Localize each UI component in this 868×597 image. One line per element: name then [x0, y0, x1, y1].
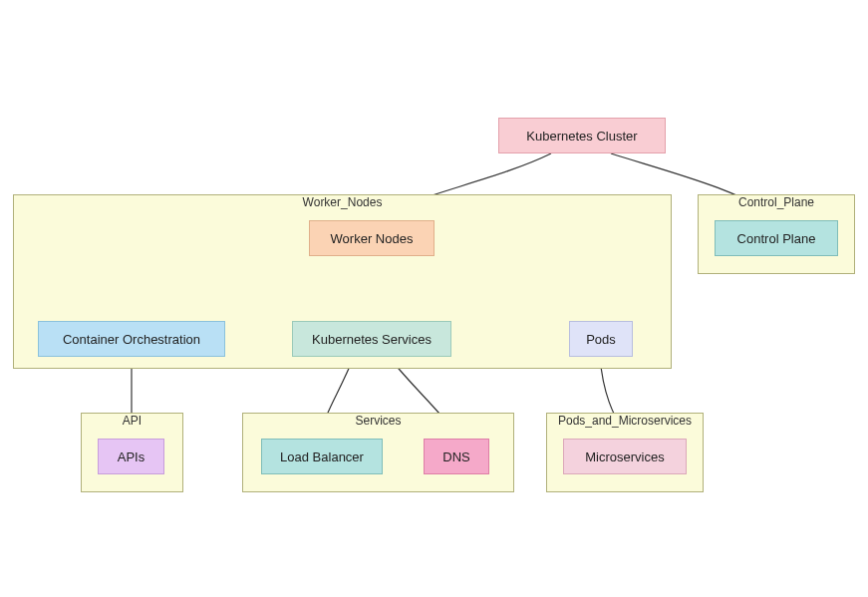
- node-container-orchestration: Container Orchestration: [38, 321, 225, 357]
- node-kubernetes-services: Kubernetes Services: [292, 321, 451, 357]
- node-label: Pods: [586, 332, 616, 347]
- node-dns: DNS: [424, 439, 489, 474]
- diagram-canvas: Kubernetes Cluster Worker_Nodes Control_…: [0, 0, 868, 597]
- node-pods: Pods: [569, 321, 633, 357]
- node-label: Kubernetes Services: [312, 332, 432, 347]
- node-label: Container Orchestration: [63, 332, 200, 347]
- group-title: API: [119, 412, 145, 430]
- node-label: Load Balancer: [280, 449, 364, 464]
- group-title: Worker_Nodes: [299, 193, 387, 211]
- node-label: Kubernetes Cluster: [526, 129, 637, 144]
- node-kubernetes-cluster: Kubernetes Cluster: [498, 118, 666, 153]
- node-load-balancer: Load Balancer: [261, 439, 383, 474]
- group-title: Services: [351, 412, 405, 430]
- group-title: Pods_and_Microservices: [554, 412, 696, 430]
- node-label: Microservices: [585, 449, 664, 464]
- node-worker-nodes: Worker Nodes: [309, 220, 434, 256]
- node-control-plane: Control Plane: [715, 220, 838, 256]
- node-label: Worker Nodes: [331, 231, 414, 246]
- node-microservices: Microservices: [563, 439, 687, 474]
- group-title: Control_Plane: [734, 193, 818, 211]
- node-label: Control Plane: [737, 231, 816, 246]
- node-apis: APIs: [98, 439, 164, 474]
- node-label: APIs: [118, 449, 145, 464]
- node-label: DNS: [442, 449, 469, 464]
